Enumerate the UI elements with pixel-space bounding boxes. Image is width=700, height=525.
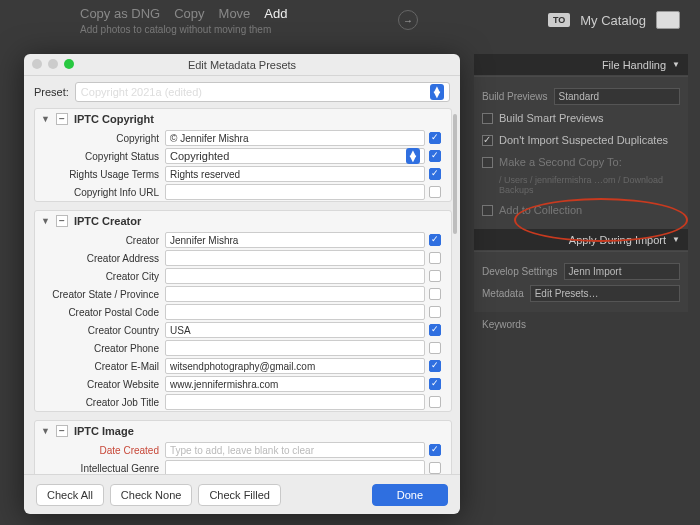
field-checkbox[interactable]: [429, 168, 441, 180]
field-input[interactable]: [165, 184, 425, 200]
field-input[interactable]: [165, 442, 425, 458]
build-previews-label: Build Previews: [482, 91, 548, 102]
file-handling-header[interactable]: File Handling▼: [474, 54, 688, 76]
dialog-title: Edit Metadata Presets: [24, 54, 460, 76]
group-title: IPTC Copyright: [74, 113, 154, 125]
tab-move[interactable]: Move: [219, 6, 251, 21]
window-minimize-button[interactable]: [48, 59, 58, 69]
field-checkbox[interactable]: [429, 186, 441, 198]
field-checkbox[interactable]: [429, 288, 441, 300]
field-input[interactable]: [165, 268, 425, 284]
window-close-button[interactable]: [32, 59, 42, 69]
disclosure-triangle-icon[interactable]: ▼: [41, 216, 50, 226]
second-copy-checkbox[interactable]: [482, 157, 493, 168]
field-checkbox[interactable]: [429, 378, 441, 390]
scrollbar[interactable]: [453, 112, 457, 456]
field-input[interactable]: [165, 130, 425, 146]
second-copy-label: Make a Second Copy To:: [499, 156, 622, 168]
done-button[interactable]: Done: [372, 484, 448, 506]
field-checkbox[interactable]: [429, 396, 441, 408]
field-checkbox[interactable]: [429, 270, 441, 282]
field-input[interactable]: [165, 460, 425, 474]
group-title: IPTC Image: [74, 425, 134, 437]
field-label: Creator Country: [35, 325, 165, 336]
metadata-select[interactable]: Edit Presets…: [530, 285, 680, 302]
field-label: Creator Phone: [35, 343, 165, 354]
group-toggle-icon[interactable]: −: [56, 215, 68, 227]
right-side-panel: File Handling▼ Build Previews Standard B…: [474, 54, 688, 336]
field-row: Copyright: [35, 129, 451, 147]
window-zoom-button[interactable]: [64, 59, 74, 69]
group-toggle-icon[interactable]: −: [56, 425, 68, 437]
field-input[interactable]: [165, 340, 425, 356]
field-label: Creator State / Province: [35, 289, 165, 300]
select-stepper-icon: ▲▼: [430, 84, 444, 100]
field-input[interactable]: [165, 358, 425, 374]
field-checkbox[interactable]: [429, 150, 441, 162]
tab-copy-as-dng[interactable]: Copy as DNG: [80, 6, 160, 21]
field-row: Creator Postal Code: [35, 303, 451, 321]
field-input[interactable]: [165, 304, 425, 320]
field-label: Creator Address: [35, 253, 165, 264]
group-toggle-icon[interactable]: −: [56, 113, 68, 125]
field-label: Creator: [35, 235, 165, 246]
group-image: ▼−IPTC ImageDate CreatedIntellectual Gen…: [34, 420, 452, 474]
dont-import-duplicates-checkbox[interactable]: [482, 135, 493, 146]
field-row: Creator: [35, 231, 451, 249]
field-checkbox[interactable]: [429, 324, 441, 336]
add-to-collection-checkbox[interactable]: [482, 205, 493, 216]
field-checkbox[interactable]: [429, 342, 441, 354]
field-input[interactable]: [165, 322, 425, 338]
group-creator: ▼−IPTC CreatorCreatorCreator AddressCrea…: [34, 210, 452, 412]
field-checkbox[interactable]: [429, 306, 441, 318]
second-copy-path: / Users / jennifermishra …om / Download …: [499, 175, 680, 195]
field-row: Creator Country: [35, 321, 451, 339]
develop-settings-select[interactable]: Jenn Import: [564, 263, 680, 280]
field-checkbox[interactable]: [429, 444, 441, 456]
field-row: Copyright Info URL: [35, 183, 451, 201]
edit-metadata-presets-dialog: Edit Metadata Presets Preset: Copyright …: [24, 54, 460, 514]
build-previews-select[interactable]: Standard: [554, 88, 680, 105]
dont-import-duplicates-label: Don't Import Suspected Duplicates: [499, 134, 668, 146]
group-copyright: ▼−IPTC CopyrightCopyrightCopyright Statu…: [34, 108, 452, 202]
check-all-button[interactable]: Check All: [36, 484, 104, 506]
field-row: Creator State / Province: [35, 285, 451, 303]
field-checkbox[interactable]: [429, 132, 441, 144]
field-row: Creator City: [35, 267, 451, 285]
build-smart-previews-checkbox[interactable]: [482, 113, 493, 124]
field-label: Creator Job Title: [35, 397, 165, 408]
preset-label: Preset:: [34, 86, 69, 98]
preset-select[interactable]: Copyright 2021a (edited) ▲▼: [75, 82, 450, 102]
tab-add[interactable]: Add: [264, 6, 287, 21]
field-checkbox[interactable]: [429, 234, 441, 246]
group-title: IPTC Creator: [74, 215, 141, 227]
develop-settings-label: Develop Settings: [482, 266, 558, 277]
field-label: Copyright: [35, 133, 165, 144]
check-none-button[interactable]: Check None: [110, 484, 193, 506]
field-row: Creator Address: [35, 249, 451, 267]
disclosure-triangle-icon[interactable]: ▼: [41, 114, 50, 124]
field-label: Creator Website: [35, 379, 165, 390]
disclosure-triangle-icon[interactable]: ▼: [41, 426, 50, 436]
import-mode-description: Add photos to catalog without moving the…: [80, 24, 271, 35]
add-to-collection-label: Add to Collection: [499, 204, 582, 216]
tab-copy[interactable]: Copy: [174, 6, 204, 21]
field-input[interactable]: [165, 286, 425, 302]
check-filled-button[interactable]: Check Filled: [198, 484, 281, 506]
field-checkbox[interactable]: [429, 462, 441, 474]
select-stepper-icon: ▲▼: [406, 148, 420, 164]
to-badge: TO: [548, 13, 570, 27]
field-input[interactable]: [165, 376, 425, 392]
destination-arrow-icon[interactable]: →: [398, 10, 418, 30]
destination-catalog-label[interactable]: My Catalog: [580, 13, 646, 28]
field-input[interactable]: [165, 250, 425, 266]
field-checkbox[interactable]: [429, 252, 441, 264]
field-select[interactable]: Copyrighted▲▼: [165, 148, 425, 164]
field-checkbox[interactable]: [429, 360, 441, 372]
field-row: Copyright StatusCopyrighted▲▼: [35, 147, 451, 165]
field-input[interactable]: [165, 394, 425, 410]
apply-during-import-header[interactable]: Apply During Import▼: [474, 229, 688, 251]
field-row: Creator Website: [35, 375, 451, 393]
field-input[interactable]: [165, 166, 425, 182]
field-input[interactable]: [165, 232, 425, 248]
